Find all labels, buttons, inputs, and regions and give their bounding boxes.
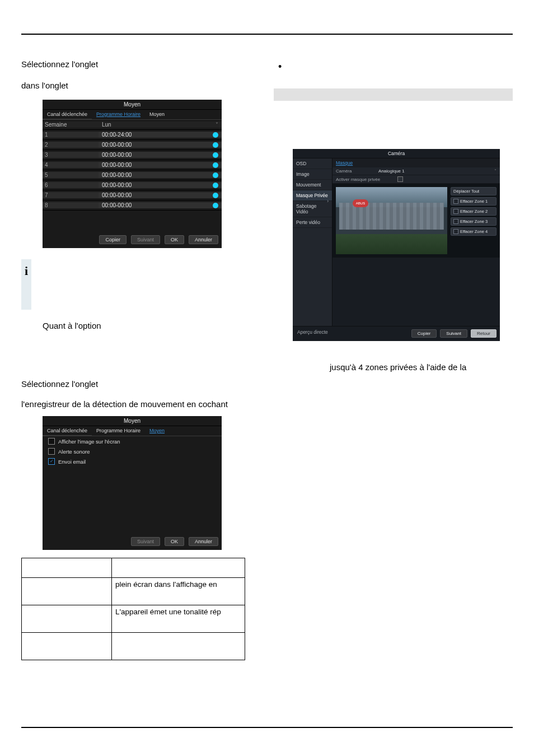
camera-preview-area: ABUS Déplacer Tout Effacer Zone 1 Efface…	[332, 184, 500, 258]
gear-icon[interactable]	[213, 162, 218, 168]
schedule-row: 4 00:00-00:00	[43, 160, 222, 170]
description-table: plein écran dans l'affichage en L'appare…	[21, 558, 245, 660]
btn-clear-zone-3[interactable]: Effacer Zone 3	[451, 217, 496, 226]
camera-preview[interactable]: ABUS	[336, 187, 447, 254]
chevron-down-icon: ˅	[494, 169, 496, 174]
opt-send-email[interactable]: Envoi email	[43, 456, 222, 466]
top-rule	[21, 34, 513, 35]
schedule-day-select[interactable]: Lun ˅	[99, 122, 222, 128]
grey-header-bar	[274, 88, 513, 101]
option-line: Quant à l'option	[43, 321, 260, 331]
checkbox-icon[interactable]	[48, 448, 55, 455]
bottom-rule	[21, 727, 513, 728]
gear-icon[interactable]	[213, 132, 218, 138]
chevron-right-icon: ›	[327, 198, 329, 204]
copy-button[interactable]: Copier	[99, 235, 127, 244]
checkbox-icon	[453, 199, 458, 204]
opt-show-image[interactable]: Afficher l'image sur l'écran	[43, 436, 222, 446]
schedule-body-fill	[43, 211, 222, 232]
tab-canal[interactable]: Canal déclenchée	[43, 110, 92, 119]
moyen-window: Moyen Canal déclenchée Programme Horaire…	[43, 416, 222, 550]
camera-fill	[332, 258, 500, 326]
gear-icon[interactable]	[213, 142, 218, 148]
tab-moyen[interactable]: Moyen	[145, 110, 169, 119]
mask-zones-line: jusqu'à 4 zones privées à l'aide de la	[330, 362, 513, 372]
side-perte[interactable]: Perte vidéo	[293, 217, 332, 228]
checkbox-icon[interactable]	[48, 438, 55, 445]
info-icon: i	[21, 259, 31, 310]
schedule-title: Moyen	[43, 100, 222, 110]
checkbox-icon	[453, 209, 458, 214]
table-cell	[22, 558, 112, 578]
schedule-header-row: Semaine Lun ˅	[43, 120, 222, 130]
camera-select-row[interactable]: Caméra Analogique 1 ˅	[332, 167, 500, 175]
camera-footer: Aperçu directe Copier Suivant Retour	[293, 326, 500, 341]
cancel-button[interactable]: Annuler	[189, 537, 218, 546]
tab-moyen-active[interactable]: Moyen	[145, 426, 169, 436]
schedule-row: 2 00:00-00:00	[43, 140, 222, 150]
lower-line-2: l'enregistreur de la détection de mouvem…	[21, 399, 260, 409]
preview-label[interactable]: Aperçu directe	[296, 329, 408, 338]
btn-clear-zone-2[interactable]: Effacer Zone 2	[451, 207, 496, 216]
side-osd[interactable]: OSD	[293, 158, 332, 169]
table-cell	[22, 578, 112, 605]
schedule-row: 3 00:00-00:00	[43, 150, 222, 160]
gear-icon[interactable]	[213, 152, 218, 158]
schedule-row: 1 00:00-24:00	[43, 130, 222, 140]
schedule-row: 5 00:00-00:00	[43, 170, 222, 180]
side-mouvement[interactable]: Mouvement	[293, 180, 332, 190]
checkbox-icon	[453, 219, 458, 224]
gear-icon[interactable]	[213, 183, 218, 188]
left-text-in-tab: dans l'onglet	[21, 81, 260, 91]
schedule-row-range[interactable]: 00:00-24:00	[99, 132, 222, 138]
ok-button[interactable]: OK	[165, 537, 184, 546]
camera-enable-row[interactable]: Activer masque privée	[332, 175, 500, 184]
tab-canal[interactable]: Canal déclenchée	[43, 426, 92, 436]
schedule-row: 6 00:00-00:00	[43, 180, 222, 190]
ok-button[interactable]: OK	[165, 235, 184, 244]
tab-programme[interactable]: Programme Horaire	[92, 110, 145, 119]
side-masque-active[interactable]: Masque Privée›	[293, 190, 332, 201]
schedule-row: 8 00:00-00:00	[43, 200, 222, 211]
camera-window: Caméra OSD Image Mouvement Masque Privée…	[293, 149, 500, 341]
lower-select: Sélectionnez l'onglet	[21, 379, 260, 389]
opt-alert-sound[interactable]: Alerte sonore	[43, 446, 222, 456]
chevron-down-icon: ˅	[216, 122, 218, 128]
table-cell: L'appareil émet une tonalité rép	[112, 605, 245, 633]
camera-subtab[interactable]: Masque	[332, 158, 500, 167]
btn-clear-zone-1[interactable]: Effacer Zone 1	[451, 197, 496, 206]
table-cell	[22, 633, 112, 660]
table-cell	[22, 605, 112, 633]
cancel-button[interactable]: Annuler	[189, 235, 218, 244]
gear-icon[interactable]	[213, 172, 218, 178]
checkbox-icon	[453, 229, 458, 234]
copy-button[interactable]: Copier	[411, 329, 437, 338]
moyen-footer: Suivant OK Annuler	[43, 534, 222, 550]
checkbox-icon[interactable]	[397, 176, 403, 182]
side-image[interactable]: Image	[293, 169, 332, 180]
building-sign: ABUS	[353, 199, 368, 207]
side-sabotage[interactable]: Sabotage Vidéo	[293, 201, 332, 217]
schedule-day-value: Lun	[102, 122, 111, 128]
next-button[interactable]: Suivant	[440, 329, 467, 338]
moyen-body-fill	[43, 466, 222, 534]
btn-clear-zone-4[interactable]: Effacer Zone 4	[451, 227, 496, 236]
gear-icon[interactable]	[213, 203, 218, 208]
moyen-title: Moyen	[43, 416, 222, 426]
camera-main: Masque Caméra Analogique 1 ˅ Activer mas…	[332, 158, 500, 326]
table-cell	[112, 633, 245, 660]
gear-icon[interactable]	[213, 193, 218, 198]
back-button[interactable]: Retour	[471, 329, 496, 338]
next-button[interactable]: Suivant	[131, 235, 160, 244]
table-cell: plein écran dans l'affichage en	[112, 578, 245, 605]
camera-sidebar: OSD Image Mouvement Masque Privée› Sabot…	[293, 158, 332, 326]
table-cell	[112, 558, 245, 578]
checkbox-checked-icon[interactable]	[48, 458, 55, 465]
btn-move-all[interactable]: Déplacer Tout	[451, 187, 496, 195]
schedule-window: Moyen Canal déclenchée Programme Horaire…	[43, 100, 222, 248]
next-button[interactable]: Suivant	[131, 537, 160, 546]
camera-action-list: Déplacer Tout Effacer Zone 1 Effacer Zon…	[451, 187, 496, 254]
schedule-row: 7 00:00-00:00	[43, 190, 222, 200]
tab-programme[interactable]: Programme Horaire	[92, 426, 145, 436]
schedule-row-num: 1	[43, 132, 99, 138]
